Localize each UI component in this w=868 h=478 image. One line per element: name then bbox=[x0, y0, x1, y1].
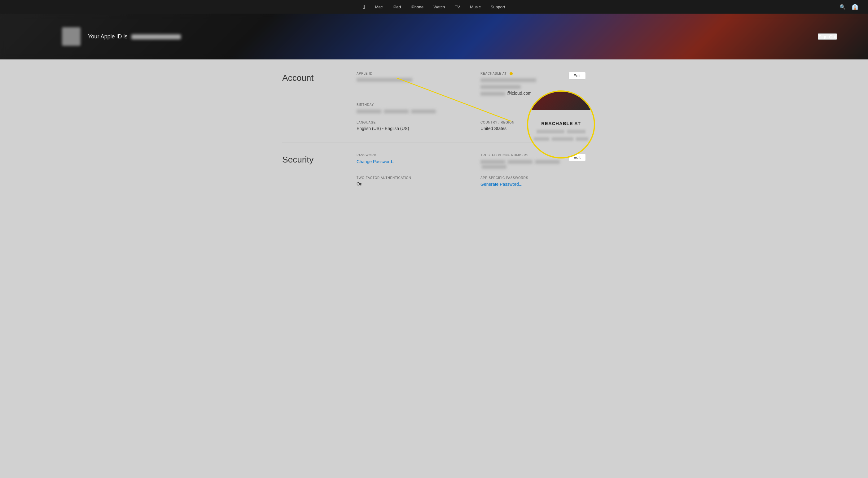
account-section: Account APPLE ID REACHABLE AT bbox=[282, 72, 586, 142]
bday-blur-1 bbox=[356, 109, 381, 113]
password-label: PASSWORD bbox=[356, 154, 462, 157]
nav-item-music[interactable]: Music bbox=[470, 5, 481, 9]
apple-logo-icon[interactable]:  bbox=[363, 4, 365, 10]
apple-id-email-blur bbox=[131, 34, 181, 39]
zoom-annotation: REACHABLE AT bbox=[527, 90, 595, 159]
reachable-blur-3 bbox=[480, 92, 505, 96]
search-icon[interactable]: 🔍 bbox=[839, 4, 846, 10]
nav-item-tv[interactable]: TV bbox=[455, 5, 460, 9]
birthday-label: BIRTHDAY bbox=[356, 103, 462, 106]
reachable-blur-1 bbox=[480, 78, 536, 82]
phone-blur-2 bbox=[508, 160, 532, 164]
bday-blur-2 bbox=[384, 109, 409, 113]
zoom-blur-4 bbox=[552, 137, 574, 141]
apple-id-label: APPLE ID bbox=[356, 72, 462, 75]
apple-id-prefix: Your Apple ID is bbox=[88, 33, 127, 40]
phone-blur-1 bbox=[480, 160, 505, 164]
language-value: English (US) - English (US) bbox=[356, 126, 462, 131]
account-edit-button[interactable]: Edit bbox=[568, 72, 586, 79]
change-password-link[interactable]: Change Password... bbox=[356, 159, 396, 164]
zoom-blur-5 bbox=[576, 137, 588, 141]
nav-item-ipad[interactable]: iPad bbox=[393, 5, 401, 9]
navigation-bar:  Mac iPad iPhone Watch TV Music Support… bbox=[0, 0, 868, 13]
hero-banner: Your Apple ID is Sign Out bbox=[0, 13, 868, 59]
birthday-value bbox=[356, 108, 462, 113]
app-passwords-label: APP-SPECIFIC PASSWORDS bbox=[480, 176, 586, 180]
two-factor-label: TWO-FACTOR AUTHENTICATION bbox=[356, 176, 462, 180]
security-section: Security PASSWORD Change Password... TRU… bbox=[282, 154, 586, 187]
security-fields: PASSWORD Change Password... TRUSTED PHON… bbox=[356, 154, 586, 187]
bag-icon[interactable]: 👔 bbox=[852, 4, 858, 10]
app-passwords-field: APP-SPECIFIC PASSWORDS Generate Password… bbox=[480, 176, 586, 187]
zoom-circle: REACHABLE AT bbox=[527, 90, 595, 159]
zoom-blur-2 bbox=[567, 130, 586, 133]
reachable-at-value-2 bbox=[480, 84, 586, 89]
two-factor-value: On bbox=[356, 182, 462, 186]
password-field: PASSWORD Change Password... bbox=[356, 154, 462, 169]
apple-id-field: APPLE ID bbox=[356, 72, 462, 96]
zoom-blur-row-1 bbox=[536, 130, 586, 133]
birthday-field: BIRTHDAY bbox=[356, 103, 462, 113]
sign-out-button[interactable]: Sign Out bbox=[818, 33, 837, 40]
bday-blur-3 bbox=[411, 109, 436, 113]
nav-item-support[interactable]: Support bbox=[491, 5, 505, 9]
two-factor-field: TWO-FACTOR AUTHENTICATION On bbox=[356, 176, 462, 187]
zoom-circle-label: REACHABLE AT bbox=[541, 121, 581, 126]
phone-blur-4 bbox=[482, 165, 506, 169]
zoom-blur-3 bbox=[534, 137, 549, 141]
zoom-blur-1 bbox=[536, 130, 564, 133]
user-avatar bbox=[62, 27, 81, 46]
phone-blur-3 bbox=[535, 160, 560, 164]
account-section-label: Account bbox=[282, 72, 344, 131]
nav-item-watch[interactable]: Watch bbox=[433, 5, 445, 9]
reachable-blur-2 bbox=[480, 85, 521, 89]
nav-item-iphone[interactable]: iPhone bbox=[411, 5, 424, 9]
main-content: Account APPLE ID REACHABLE AT bbox=[0, 59, 868, 205]
generate-password-link[interactable]: Generate Password... bbox=[480, 182, 522, 187]
security-section-label: Security bbox=[282, 154, 344, 187]
reachable-dot-indicator bbox=[509, 72, 513, 75]
apple-id-value bbox=[356, 77, 462, 82]
nav-item-mac[interactable]: Mac bbox=[375, 5, 383, 9]
apple-id-blur bbox=[356, 78, 412, 82]
language-label: LANGUAGE bbox=[356, 121, 462, 124]
language-field: LANGUAGE English (US) - English (US) bbox=[356, 121, 462, 131]
security-section-wrapper: Security PASSWORD Change Password... TRU… bbox=[264, 154, 604, 187]
zoom-blur-row-2 bbox=[534, 137, 588, 141]
